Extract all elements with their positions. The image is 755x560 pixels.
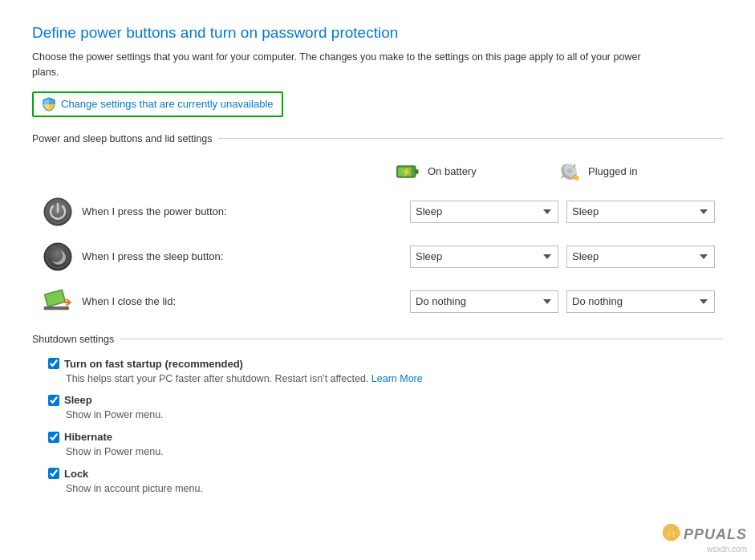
lock-item: Lock Show in account picture menu. — [48, 468, 723, 497]
shield-icon — [42, 97, 56, 112]
sleep-button-label: When I press the sleep button: — [75, 250, 410, 262]
sleep-button-battery-select[interactable]: Do nothing Sleep Hibernate Shut down Tur… — [410, 246, 558, 268]
shutdown-items-list: Turn on fast startup (recommended) This … — [48, 358, 723, 497]
page-container: Define power buttons and turn on passwor… — [0, 0, 755, 560]
sleep-header: Sleep — [48, 394, 723, 406]
column-headers: ⚡ On battery — [80, 157, 723, 186]
sleep-button-icon-container — [40, 239, 75, 274]
svg-point-13 — [44, 243, 71, 270]
lock-title: Lock — [64, 468, 88, 480]
page-description: Choose the power settings that you want … — [32, 50, 658, 80]
watermark-text: PPUALS — [684, 526, 747, 543]
lid-icon-container — [40, 284, 75, 319]
sleep-desc: Show in Power menu. — [66, 408, 723, 423]
lid-icon — [43, 286, 73, 317]
lid-row: When I close the lid: Do nothing Sleep H… — [40, 284, 723, 319]
shutdown-section-header: Shutdown settings — [32, 334, 723, 345]
sleep-item: Sleep Show in Power menu. — [48, 394, 723, 423]
svg-text:⚡: ⚡ — [401, 166, 412, 177]
lid-plugged-select[interactable]: Do nothing Sleep Hibernate Shut down Tur… — [566, 290, 715, 313]
watermark-site: wsxdn.com — [663, 545, 747, 554]
hibernate-item: Hibernate Show in Power menu. — [48, 431, 723, 460]
watermark: 🅐 PPUALS wsxdn.com — [663, 524, 747, 554]
battery-icon-container: ⚡ — [394, 157, 423, 186]
lid-battery-dropdown[interactable]: Do nothing Sleep Hibernate Shut down Tur… — [410, 290, 558, 313]
hibernate-header: Hibernate — [48, 431, 723, 443]
power-button-battery-select[interactable]: Do nothing Sleep Hibernate Shut down Tur… — [410, 201, 558, 223]
power-button-icon — [43, 197, 73, 227]
fast-startup-item: Turn on fast startup (recommended) This … — [48, 358, 723, 387]
hibernate-title: Hibernate — [64, 431, 112, 443]
plugged-column-header: Plugged in — [554, 157, 715, 186]
lock-desc: Show in account picture menu. — [66, 481, 723, 497]
power-sleep-section-header: Power and sleep buttons and lid settings — [32, 133, 723, 144]
sleep-button-battery-dropdown[interactable]: Do nothing Sleep Hibernate Shut down Tur… — [410, 246, 558, 268]
sleep-button-plugged-select[interactable]: Do nothing Sleep Hibernate Shut down Tur… — [566, 246, 715, 268]
lock-header: Lock — [48, 468, 723, 480]
power-button-plugged-dropdown[interactable]: Do nothing Sleep Hibernate Shut down Tur… — [566, 201, 715, 223]
section-divider-line — [218, 138, 723, 139]
lid-label: When I close the lid: — [75, 295, 410, 307]
shutdown-section-label: Shutdown settings — [32, 334, 120, 345]
change-settings-link[interactable]: Change settings that are currently unava… — [32, 91, 283, 117]
power-button-row: When I press the power button: Do nothin… — [40, 194, 723, 229]
section-label: Power and sleep buttons and lid settings — [32, 133, 218, 144]
change-settings-text: Change settings that are currently unava… — [61, 98, 274, 110]
svg-rect-17 — [44, 306, 69, 310]
lid-plugged-dropdown[interactable]: Do nothing Sleep Hibernate Shut down Tur… — [566, 290, 715, 313]
sleep-button-icon — [43, 241, 73, 272]
sleep-button-plugged-dropdown[interactable]: Do nothing Sleep Hibernate Shut down Tur… — [566, 246, 715, 268]
fast-startup-checkbox[interactable] — [48, 358, 59, 369]
watermark-icon: 🅐 — [663, 524, 680, 545]
fast-startup-header: Turn on fast startup (recommended) — [48, 358, 723, 370]
sleep-button-row: When I press the sleep button: Do nothin… — [40, 239, 723, 274]
learn-more-link[interactable]: Learn More — [371, 373, 423, 384]
plugged-column-label: Plugged in — [588, 165, 637, 177]
svg-rect-1 — [416, 169, 419, 173]
lock-checkbox[interactable] — [48, 468, 59, 479]
shutdown-section: Shutdown settings Turn on fast startup (… — [32, 334, 723, 497]
battery-column-header: ⚡ On battery — [394, 157, 554, 186]
fast-startup-desc: This helps start your PC faster after sh… — [66, 371, 723, 387]
sleep-checkbox[interactable] — [48, 395, 59, 406]
battery-column-label: On battery — [428, 165, 477, 177]
lid-battery-select[interactable]: Do nothing Sleep Hibernate Shut down Tur… — [410, 290, 558, 313]
sleep-title: Sleep — [64, 394, 92, 406]
power-button-plugged-select[interactable]: Do nothing Sleep Hibernate Shut down Tur… — [566, 201, 715, 223]
power-button-icon-container — [40, 194, 75, 229]
power-button-label: When I press the power button: — [75, 205, 410, 217]
fast-startup-title: Turn on fast startup (recommended) — [64, 358, 243, 370]
power-button-battery-dropdown[interactable]: Do nothing Sleep Hibernate Shut down Tur… — [410, 201, 558, 223]
hibernate-checkbox[interactable] — [48, 432, 59, 443]
page-title: Define power buttons and turn on passwor… — [32, 24, 723, 42]
plug-icon — [556, 160, 582, 183]
plug-icon-container — [554, 157, 583, 186]
hibernate-desc: Show in Power menu. — [66, 444, 723, 460]
battery-icon: ⚡ — [396, 159, 421, 185]
shutdown-divider-line — [120, 339, 723, 339]
